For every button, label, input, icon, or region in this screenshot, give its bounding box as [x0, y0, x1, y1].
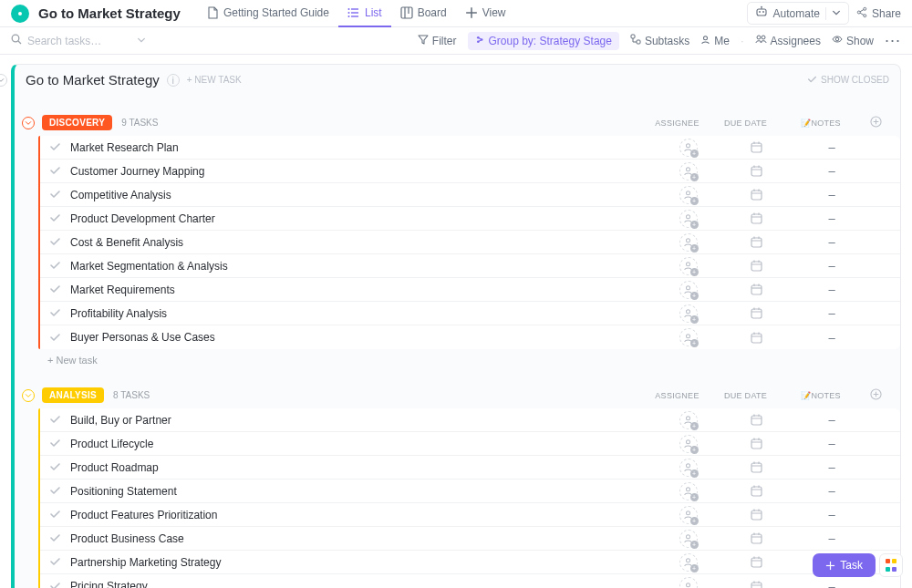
notes-cell[interactable]: –: [791, 437, 873, 450]
due-date-cell[interactable]: [722, 235, 791, 249]
assignee-cell[interactable]: +: [654, 459, 722, 477]
task-row[interactable]: Customer Journey Mapping + –: [40, 160, 900, 183]
chevron-down-icon[interactable]: [137, 35, 146, 47]
task-row[interactable]: Market Requirements + –: [40, 278, 900, 302]
assignee-cell[interactable]: +: [654, 482, 722, 500]
notes-cell[interactable]: –: [791, 306, 873, 320]
collapse-stage-toggle[interactable]: [22, 389, 35, 402]
complete-checkbox[interactable]: [49, 141, 61, 153]
assignee-cell[interactable]: +: [654, 186, 722, 204]
complete-checkbox[interactable]: [49, 284, 61, 295]
assignee-cell[interactable]: +: [654, 162, 722, 181]
fab-apps[interactable]: [879, 553, 903, 577]
due-date-cell[interactable]: [722, 211, 791, 225]
notes-cell[interactable]: –: [791, 140, 873, 154]
more-menu[interactable]: ···: [885, 31, 901, 50]
share-button[interactable]: Share: [856, 6, 901, 21]
due-date-cell[interactable]: [722, 140, 791, 154]
assignee-cell[interactable]: +: [654, 139, 722, 157]
new-task-row[interactable]: + New task: [22, 349, 900, 367]
task-row[interactable]: Cost & Benefit Analysis + –: [40, 231, 900, 254]
complete-checkbox[interactable]: [49, 236, 61, 248]
task-row[interactable]: Product Roadmap + –: [40, 456, 900, 480]
due-date-cell[interactable]: [722, 531, 791, 545]
task-row[interactable]: Product Business Case + –: [40, 527, 900, 551]
assignee-cell[interactable]: +: [654, 233, 722, 252]
notes-cell[interactable]: –: [791, 283, 873, 296]
due-date-cell[interactable]: [722, 164, 791, 178]
complete-checkbox[interactable]: [49, 260, 61, 272]
tab-list[interactable]: List: [338, 0, 391, 27]
task-row[interactable]: Positioning Statement + –: [40, 480, 900, 503]
due-date-cell[interactable]: [722, 484, 791, 498]
automate-button[interactable]: Automate: [747, 2, 849, 25]
due-date-cell[interactable]: [722, 460, 791, 474]
assignee-cell[interactable]: +: [654, 530, 722, 548]
assignee-cell[interactable]: +: [654, 553, 722, 572]
workspace-logo[interactable]: [11, 5, 29, 23]
task-row[interactable]: Product Features Prioritization + –: [40, 503, 900, 527]
notes-cell[interactable]: –: [791, 508, 873, 521]
show-closed-button[interactable]: SHOW CLOSED: [807, 75, 889, 85]
assignee-cell[interactable]: +: [654, 435, 722, 453]
task-row[interactable]: Market Segmentation & Analysis + –: [40, 254, 900, 278]
tab-board[interactable]: Board: [391, 0, 456, 27]
complete-checkbox[interactable]: [49, 414, 61, 426]
task-row[interactable]: Profitability Analysis + –: [40, 302, 900, 325]
notes-cell[interactable]: –: [791, 460, 873, 474]
task-row[interactable]: Product Lifecycle + –: [40, 432, 900, 456]
complete-checkbox[interactable]: [49, 438, 61, 449]
assignee-cell[interactable]: +: [654, 411, 722, 429]
notes-cell[interactable]: –: [791, 531, 873, 545]
tab-getting-started[interactable]: Getting Started Guide: [197, 0, 338, 27]
assignees-button[interactable]: Assignees: [755, 34, 821, 47]
notes-cell[interactable]: –: [791, 331, 873, 345]
fab-new-task[interactable]: Task: [813, 553, 876, 577]
due-date-cell[interactable]: [722, 437, 791, 450]
subtasks-button[interactable]: Subtasks: [630, 34, 689, 47]
due-date-cell[interactable]: [722, 331, 791, 345]
filter-button[interactable]: Filter: [418, 34, 457, 47]
due-date-cell[interactable]: [722, 188, 791, 201]
add-column-button[interactable]: [862, 116, 889, 130]
complete-checkbox[interactable]: [49, 461, 61, 473]
complete-checkbox[interactable]: [49, 332, 61, 344]
notes-cell[interactable]: –: [791, 259, 873, 273]
due-date-cell[interactable]: [722, 580, 791, 589]
groupby-button[interactable]: Group by: Strategy Stage: [468, 32, 619, 50]
task-row[interactable]: Competitive Analysis + –: [40, 183, 900, 207]
notes-cell[interactable]: –: [791, 164, 873, 178]
due-date-cell[interactable]: [722, 259, 791, 273]
complete-checkbox[interactable]: [49, 165, 61, 177]
collapse-main-toggle[interactable]: [0, 74, 7, 87]
task-row[interactable]: Product Development Charter + –: [40, 207, 900, 231]
task-row[interactable]: Build, Buy or Partner + –: [40, 408, 900, 432]
notes-cell[interactable]: –: [791, 580, 873, 589]
add-column-button[interactable]: [862, 388, 889, 403]
task-row[interactable]: Buyer Personas & Use Cases + –: [40, 325, 900, 349]
info-icon[interactable]: i: [167, 74, 180, 87]
new-task-header-button[interactable]: + NEW TASK: [187, 75, 242, 85]
assignee-cell[interactable]: +: [654, 210, 722, 228]
me-button[interactable]: Me: [700, 35, 730, 47]
notes-cell[interactable]: –: [791, 211, 873, 225]
assignee-cell[interactable]: +: [654, 577, 722, 588]
due-date-cell[interactable]: [722, 306, 791, 320]
complete-checkbox[interactable]: [49, 189, 61, 201]
due-date-cell[interactable]: [722, 508, 791, 521]
complete-checkbox[interactable]: [49, 307, 61, 319]
task-row[interactable]: Pricing Strategy + –: [40, 574, 900, 588]
assignee-cell[interactable]: +: [654, 506, 722, 524]
complete-checkbox[interactable]: [49, 581, 61, 589]
due-date-cell[interactable]: [722, 283, 791, 296]
notes-cell[interactable]: –: [791, 235, 873, 249]
complete-checkbox[interactable]: [49, 556, 61, 568]
tab-add-view[interactable]: View: [456, 0, 515, 27]
collapse-stage-toggle[interactable]: [22, 117, 35, 129]
complete-checkbox[interactable]: [49, 509, 61, 521]
stage-badge[interactable]: DISCOVERY: [42, 115, 112, 130]
assignee-cell[interactable]: +: [654, 328, 722, 346]
due-date-cell[interactable]: [722, 413, 791, 427]
complete-checkbox[interactable]: [49, 212, 61, 224]
task-row[interactable]: Market Research Plan + –: [40, 136, 900, 160]
